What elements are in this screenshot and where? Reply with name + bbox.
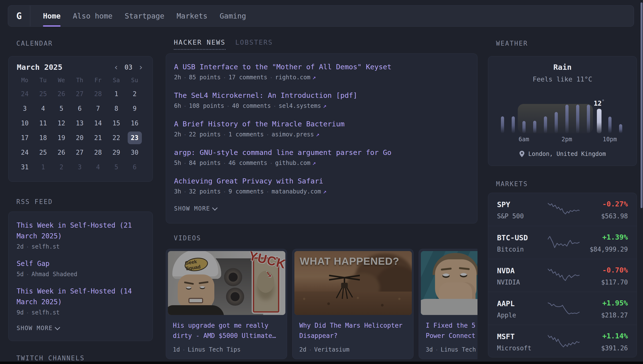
calendar-day[interactable]: 28 (89, 86, 107, 101)
calendar-day[interactable]: 6 (71, 101, 89, 116)
video-card[interactable]: Geek SquadYUCK↘His upgrade got me really… (166, 249, 287, 359)
calendar-day[interactable]: 9 (126, 101, 144, 116)
calendar-day[interactable]: 17 (16, 130, 34, 145)
video-title[interactable]: Why Did The Mars HelicopterDisappear? (299, 320, 407, 341)
calendar-day[interactable]: 29 (107, 145, 126, 160)
video-channel[interactable]: Linus Tech Tips (441, 346, 477, 353)
meta-separator-dot: · (267, 160, 275, 166)
calendar-day[interactable]: 27 (71, 145, 89, 160)
market-sparkline (548, 334, 579, 349)
calendar-day[interactable]: 4 (89, 160, 107, 174)
nav-tab-startpage[interactable]: Startpage (125, 6, 165, 26)
calendar-day[interactable]: 26 (52, 145, 71, 160)
calendar-selected-day: 23 (128, 132, 142, 144)
calendar-day[interactable]: 24 (16, 86, 34, 101)
calendar-day[interactable]: 28 (89, 145, 107, 160)
news-item-title[interactable]: argp: GNU-style command line argument pa… (174, 148, 477, 157)
video-card[interactable]: WHAT HAPPENED?Why Did The Mars Helicopte… (292, 249, 413, 359)
calendar-day[interactable]: 23 (126, 130, 144, 145)
news-item-source[interactable]: matanabudy.com (272, 188, 321, 195)
news-item-comments[interactable]: 17 comments (229, 74, 267, 81)
calendar-day[interactable]: 31 (16, 160, 34, 174)
calendar-day[interactable]: 10 (16, 116, 34, 130)
feed-tab-hacker-news[interactable]: HACKER NEWS (174, 38, 226, 50)
rss-item-title[interactable]: This Week in Self-Hosted (21March 2025) (17, 220, 147, 242)
app-logo[interactable]: G (8, 6, 30, 26)
page-scrollbar[interactable] (640, 2, 642, 208)
calendar-day[interactable]: 2 (52, 160, 71, 174)
calendar-day[interactable]: 11 (34, 116, 52, 130)
video-title[interactable]: His upgrade got me reallydirty - AMD $50… (173, 320, 280, 341)
video-channel[interactable]: Linus Tech Tips (188, 346, 241, 353)
video-channel[interactable]: Veritasium (314, 346, 350, 353)
market-row-msft[interactable]: MSFTMicrosoft+1.14%$391.26 (488, 325, 637, 358)
meta-separator-dot: · (24, 244, 32, 250)
news-item-meta: 2h·85 points·17 comments·righto.com↗ (174, 74, 477, 81)
calendar-day[interactable]: 13 (71, 116, 89, 130)
news-item-title[interactable]: Achieving Great Privacy with Safari (174, 177, 477, 186)
calendar-day[interactable]: 14 (89, 116, 107, 130)
calendar-day[interactable]: 27 (71, 86, 89, 101)
market-change: +1.14% (602, 332, 628, 340)
news-item-title[interactable]: A USB Interface to the "Mother of All De… (174, 62, 477, 71)
weather-axis-label: 6am (518, 136, 529, 143)
news-item-comments[interactable]: 46 comments (229, 160, 267, 166)
calendar-day[interactable]: 16 (126, 116, 144, 130)
calendar-day[interactable]: 6 (126, 160, 144, 174)
calendar-day[interactable]: 1 (107, 86, 126, 101)
news-item-source[interactable]: righto.com (275, 74, 311, 81)
calendar-day[interactable]: 21 (89, 130, 107, 145)
calendar-day[interactable]: 3 (16, 101, 34, 116)
market-name: Microsoft (497, 344, 531, 352)
rss-item-title[interactable]: Self Gap (17, 258, 147, 269)
calendar-day[interactable]: 24 (16, 145, 34, 160)
calendar-day[interactable]: 22 (107, 130, 126, 145)
video-card[interactable]: DOTHTI Fixed the 5Power Connect3d·Linus … (419, 249, 477, 359)
calendar-next-icon[interactable]: › (138, 63, 143, 71)
calendar-day[interactable]: 7 (89, 101, 107, 116)
calendar-day[interactable]: 25 (34, 145, 52, 160)
calendar-day[interactable]: 15 (107, 116, 126, 130)
nav-tab-markets[interactable]: Markets (177, 6, 207, 26)
calendar-prev-icon[interactable]: ‹ (114, 63, 119, 71)
calendar-day[interactable]: 8 (107, 101, 126, 116)
calendar-day[interactable]: 20 (71, 130, 89, 145)
calendar-day[interactable]: 12 (52, 116, 71, 130)
calendar-day[interactable]: 5 (52, 101, 71, 116)
nav-tab-also-home[interactable]: Also home (73, 6, 113, 26)
news-item-comments[interactable]: 1 comments (229, 131, 264, 138)
news-item-title[interactable]: The SeL4 Microkernel: An Introduction [p… (174, 91, 477, 100)
video-title[interactable]: I Fixed the 5Power Connect (426, 320, 477, 341)
calendar-day[interactable]: 30 (126, 145, 144, 160)
calendar-section-label: CALENDAR (16, 40, 53, 47)
market-row-nvda[interactable]: NVDANVIDIA-0.70%$117.70 (488, 259, 637, 292)
rss-item-title[interactable]: This Week in Self-Hosted (14March 2025) (17, 286, 147, 308)
market-row-spy[interactable]: SPYS&P 500-0.27%$563.98 (488, 193, 637, 226)
calendar-day[interactable]: 19 (52, 130, 71, 145)
news-item-source[interactable]: github.com (275, 160, 311, 166)
news-item-comments[interactable]: 40 comments (232, 102, 271, 109)
news-item-comments[interactable]: 9 comments (229, 188, 264, 195)
meta-separator-dot: · (264, 132, 272, 138)
calendar-day[interactable]: 5 (107, 160, 126, 174)
calendar-day[interactable]: 26 (52, 86, 71, 101)
news-item-title[interactable]: A Brief History of the Miracle Bacterium (174, 120, 477, 128)
calendar-day[interactable]: 25 (34, 86, 52, 101)
rss-show-more-button[interactable]: SHOW MORE (17, 325, 153, 332)
market-row-btc-usd[interactable]: BTC-USDBitcoin+1.39%$84,999.29 (488, 226, 637, 259)
news-item-source[interactable]: sel4.systems (279, 102, 321, 109)
weather-bar (576, 105, 579, 133)
calendar-day[interactable]: 4 (34, 101, 52, 116)
market-symbol: NVDA (497, 266, 515, 275)
news-item-source[interactable]: asimov.press (272, 131, 314, 138)
nav-tab-home[interactable]: Home (43, 6, 61, 26)
rss-item-source: selfh.st (32, 243, 60, 250)
calendar-day[interactable]: 18 (34, 130, 52, 145)
calendar-day[interactable]: 1 (34, 160, 52, 174)
market-row-aapl[interactable]: AAPLApple+1.95%$218.27 (488, 292, 637, 325)
calendar-day[interactable]: 3 (71, 160, 89, 174)
calendar-day[interactable]: 2 (126, 86, 144, 101)
feed-tab-lobsters[interactable]: LOBSTERS (235, 38, 273, 50)
nav-tab-gaming[interactable]: Gaming (220, 6, 246, 26)
hn-show-more-button[interactable]: SHOW MORE (174, 205, 477, 212)
